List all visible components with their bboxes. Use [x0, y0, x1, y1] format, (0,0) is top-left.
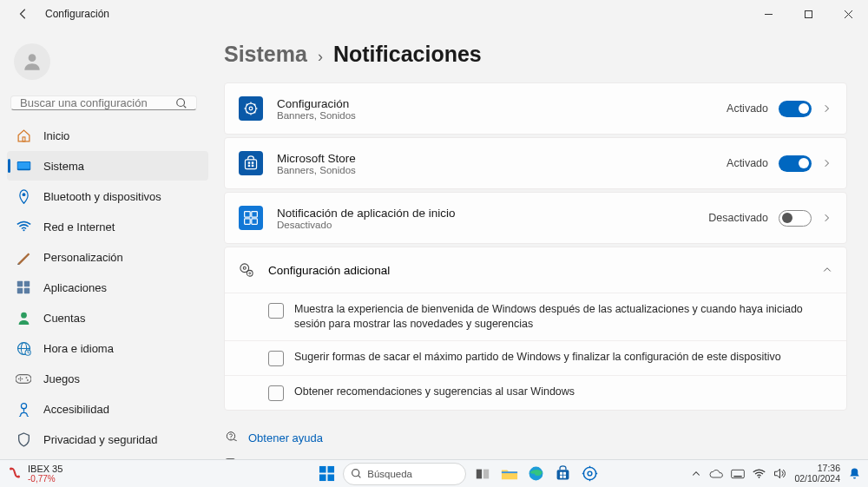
svg-rect-61	[477, 469, 482, 478]
settings-icon[interactable]	[579, 463, 601, 484]
nav-icon-3	[16, 219, 31, 234]
svg-rect-1	[805, 10, 812, 17]
svg-rect-63	[502, 471, 517, 473]
minimize-button[interactable]	[748, 0, 788, 28]
sidebar-item-8[interactable]: Juegos	[7, 364, 208, 393]
date: 02/10/2024	[794, 474, 840, 484]
search-field[interactable]	[20, 96, 175, 109]
get-help-label: Obtener ayuda	[248, 431, 323, 444]
additional-settings-header[interactable]: Configuración adicional	[225, 247, 846, 293]
nav-icon-10	[16, 431, 31, 447]
volume-icon[interactable]	[773, 468, 786, 479]
sidebar-item-6[interactable]: Cuentas	[7, 303, 208, 332]
nav-icon-4	[16, 249, 31, 265]
option-1[interactable]: Sugerir formas de sacar el máximo partid…	[225, 340, 846, 375]
avatar-icon	[14, 43, 50, 80]
edge-icon[interactable]	[525, 463, 547, 484]
app-name: Notificación de aplicación de inicio	[277, 207, 708, 220]
search-icon	[175, 97, 187, 109]
app-state: Desactivado	[708, 212, 768, 224]
explorer-icon[interactable]	[498, 463, 520, 484]
additional-settings-title: Configuración adicional	[268, 264, 822, 277]
stock-icon	[7, 466, 23, 482]
option-2[interactable]: Obtener recomendaciones y sugerencias al…	[225, 375, 846, 410]
option-label: Sugerir formas de sacar el máximo partid…	[294, 350, 781, 365]
back-button[interactable]	[17, 8, 30, 20]
search-input[interactable]	[10, 95, 197, 110]
svg-rect-57	[319, 474, 326, 481]
wifi-icon[interactable]	[753, 469, 766, 479]
tray-chevron-icon[interactable]	[691, 469, 701, 479]
maximize-button[interactable]	[788, 0, 828, 28]
app-toggle[interactable]	[779, 155, 812, 172]
breadcrumb-sep: ›	[318, 48, 323, 66]
stock-change: -0,77%	[28, 474, 62, 484]
search-icon	[351, 468, 362, 479]
start-button[interactable]	[316, 463, 338, 484]
svg-point-53	[10, 467, 12, 470]
stock-widget[interactable]: IBEX 35 -0,77%	[28, 464, 62, 484]
svg-point-48	[243, 267, 246, 269]
get-help-link[interactable]: Obtener ayuda	[224, 430, 847, 446]
sidebar-item-4[interactable]: Personalización	[7, 242, 208, 272]
profile[interactable]	[7, 35, 208, 95]
svg-rect-68	[560, 476, 562, 478]
sidebar-item-2[interactable]: Bluetooth y dispositivos	[7, 181, 208, 211]
window-title: Configuración	[45, 8, 109, 20]
app-card-0[interactable]: Configuración Banners, Sonidos Activado	[224, 82, 847, 135]
sidebar-item-7[interactable]: Hora e idioma	[7, 333, 208, 363]
task-view-icon[interactable]	[471, 463, 493, 484]
svg-point-52	[230, 438, 231, 439]
breadcrumb-parent[interactable]: Sistema	[224, 42, 307, 67]
notification-bell-icon[interactable]	[848, 467, 861, 480]
svg-rect-41	[248, 165, 250, 167]
store-icon[interactable]	[552, 463, 574, 484]
nav-label: Inicio	[43, 129, 69, 142]
svg-rect-13	[24, 288, 30, 293]
nav-label: Juegos	[43, 372, 80, 385]
app-toggle[interactable]	[779, 210, 812, 227]
checkbox[interactable]	[268, 303, 284, 319]
svg-rect-66	[560, 472, 562, 475]
svg-rect-58	[328, 474, 335, 481]
svg-point-29	[249, 107, 253, 110]
app-icon	[239, 151, 263, 175]
app-name: Configuración	[277, 97, 727, 110]
onedrive-icon[interactable]	[709, 469, 723, 479]
svg-rect-38	[245, 160, 256, 169]
svg-point-78	[759, 476, 760, 477]
nav-icon-6	[16, 310, 31, 326]
nav-icon-8	[16, 371, 31, 386]
stock-ticker: IBEX 35	[28, 464, 62, 474]
taskbar-search[interactable]: Búsqueda	[343, 463, 466, 485]
close-button[interactable]	[828, 0, 868, 28]
svg-rect-10	[17, 281, 23, 286]
svg-point-2	[29, 54, 36, 62]
svg-rect-39	[248, 161, 250, 163]
sidebar-item-5[interactable]: Aplicaciones	[7, 273, 208, 302]
settings-gear-icon	[239, 262, 254, 278]
svg-rect-69	[563, 476, 566, 478]
option-0[interactable]: Muestra la experiencia de bienvenida de …	[225, 293, 846, 340]
checkbox[interactable]	[268, 385, 284, 401]
sidebar-item-0[interactable]: Inicio	[7, 121, 208, 150]
language-icon[interactable]	[731, 469, 745, 479]
svg-point-19	[20, 378, 22, 379]
nav-label: Red e Internet	[43, 220, 115, 234]
svg-rect-65	[557, 470, 569, 479]
clock[interactable]: 17:36 02/10/2024	[794, 464, 840, 484]
app-card-2[interactable]: Notificación de aplicación de inicio Des…	[224, 192, 847, 244]
sidebar-item-3[interactable]: Red e Internet	[7, 212, 208, 241]
checkbox[interactable]	[268, 351, 284, 366]
sidebar-item-9[interactable]: Accesibilidad	[7, 394, 208, 424]
chevron-right-icon	[822, 158, 832, 168]
sidebar-item-10[interactable]: Privacidad y seguridad	[7, 424, 208, 454]
svg-point-50	[249, 273, 251, 274]
app-sub: Banners, Sonidos	[277, 110, 727, 121]
app-card-1[interactable]: Microsoft Store Banners, Sonidos Activad…	[224, 137, 847, 189]
app-toggle[interactable]	[779, 101, 812, 117]
svg-point-70	[584, 467, 596, 479]
svg-rect-5	[23, 136, 25, 141]
sidebar-item-1[interactable]: Sistema	[7, 151, 208, 181]
svg-point-54	[17, 475, 20, 477]
